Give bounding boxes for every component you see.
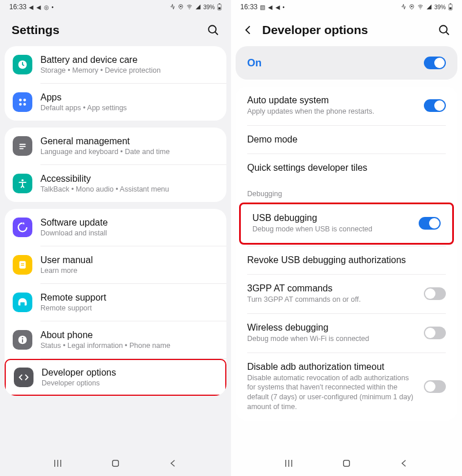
item-title: Quick settings developer tiles bbox=[247, 163, 446, 173]
item-subtitle: Remote support bbox=[40, 304, 218, 312]
item-title: Disable adb authorization timeout bbox=[247, 362, 416, 372]
item-title: 3GPP AT commands bbox=[247, 283, 416, 294]
settings-item-apps[interactable]: AppsDefault apps • App settings bbox=[5, 84, 226, 121]
toggle-switch[interactable] bbox=[424, 380, 446, 393]
item-title: Software update bbox=[40, 218, 218, 228]
about-icon bbox=[13, 330, 32, 350]
debug-item-3[interactable]: Wireless debuggingDebug mode when Wi-Fi … bbox=[236, 314, 457, 353]
debug-item-0[interactable]: USB debuggingDebug mode when USB is conn… bbox=[241, 204, 452, 243]
update-icon bbox=[13, 218, 32, 237]
svg-rect-12 bbox=[20, 144, 26, 145]
item-title: Revoke USB debugging authorizations bbox=[247, 255, 446, 265]
svg-point-31 bbox=[439, 25, 447, 33]
item-title: Apps bbox=[40, 92, 218, 103]
status-time: 16:33 bbox=[9, 3, 27, 11]
settings-screen: 16:33 ◀ ◀ ◎ • 39% Settings Battery and d… bbox=[0, 0, 231, 476]
item-title: About phone bbox=[40, 330, 218, 340]
item-subtitle: Developer options bbox=[42, 379, 217, 387]
status-bar: 16:33 ◀ ◀ ◎ • 39% bbox=[0, 0, 231, 14]
svg-rect-36 bbox=[344, 460, 350, 467]
nav-bar bbox=[0, 453, 231, 476]
debug-item-4[interactable]: Disable adb authorization timeoutDisable… bbox=[236, 353, 457, 421]
toggle-switch[interactable] bbox=[424, 287, 446, 300]
dev-options-header: Developer options bbox=[231, 14, 462, 46]
item-subtitle: Turn 3GPP AT commands on or off. bbox=[247, 295, 416, 305]
back-icon[interactable] bbox=[243, 24, 254, 36]
status-time: 16:33 bbox=[240, 3, 258, 11]
manual-icon bbox=[13, 255, 32, 275]
recents-button[interactable] bbox=[53, 458, 63, 471]
item-title: Developer options bbox=[42, 368, 217, 378]
search-icon[interactable] bbox=[207, 24, 219, 36]
settings-item-support[interactable]: Remote supportRemote support bbox=[5, 284, 226, 321]
settings-header: Settings bbox=[0, 14, 231, 46]
toggle-switch[interactable] bbox=[419, 217, 441, 230]
status-bar: 16:33 ▧ ◀ ◀ • 39% bbox=[231, 0, 462, 14]
debug-item-1[interactable]: Revoke USB debugging authorizations bbox=[236, 246, 457, 274]
settings-item-about[interactable]: About phoneStatus • Legal information • … bbox=[5, 321, 226, 358]
settings-list[interactable]: Battery and device careStorage • Memory … bbox=[0, 46, 231, 453]
settings-item-device-care[interactable]: Battery and device careStorage • Memory … bbox=[5, 46, 226, 83]
search-icon[interactable] bbox=[438, 24, 450, 36]
settings-item-accessibility[interactable]: AccessibilityTalkBack • Mono audio • Ass… bbox=[5, 165, 226, 202]
item-subtitle: Debug mode when Wi-Fi is connected bbox=[247, 334, 416, 344]
settings-item-update[interactable]: Software updateDownload and install bbox=[5, 209, 226, 246]
settings-item-manual[interactable]: User manualLearn more bbox=[5, 246, 226, 283]
master-toggle-switch[interactable] bbox=[424, 57, 446, 69]
item-title: Remote support bbox=[40, 293, 218, 303]
debug-item-2[interactable]: 3GPP AT commandsTurn 3GPP AT commands on… bbox=[236, 275, 457, 313]
item-title: Auto update system bbox=[247, 95, 416, 106]
svg-point-21 bbox=[22, 337, 23, 338]
svg-point-1 bbox=[189, 9, 189, 9]
item-subtitle: Status • Legal information • Phone name bbox=[40, 342, 218, 350]
item-title: Demo mode bbox=[247, 134, 446, 145]
svg-point-27 bbox=[420, 9, 420, 9]
item-title: Wireless debugging bbox=[247, 323, 416, 333]
home-button[interactable] bbox=[110, 458, 121, 471]
device-care-icon bbox=[13, 55, 32, 74]
svg-point-11 bbox=[23, 103, 26, 106]
dev-item-2[interactable]: Quick settings developer tiles bbox=[236, 154, 457, 182]
svg-rect-30 bbox=[449, 8, 452, 10]
svg-rect-29 bbox=[450, 3, 451, 4]
page-title: Settings bbox=[12, 23, 59, 37]
master-toggle-row[interactable]: On bbox=[236, 46, 457, 80]
svg-point-0 bbox=[180, 6, 182, 7]
svg-point-15 bbox=[21, 179, 24, 182]
dev-item-1[interactable]: Demo mode bbox=[236, 126, 457, 153]
toggle-switch[interactable] bbox=[424, 99, 446, 112]
toggle-switch[interactable] bbox=[424, 327, 446, 339]
item-subtitle: Default apps • App settings bbox=[40, 104, 218, 112]
svg-rect-17 bbox=[21, 263, 24, 264]
item-subtitle: Language and keyboard • Date and time bbox=[40, 148, 218, 156]
status-icons-left: ◀ ◀ ◎ • bbox=[29, 4, 54, 10]
back-button[interactable] bbox=[168, 458, 178, 471]
recents-button[interactable] bbox=[284, 458, 294, 471]
item-subtitle: Debug mode when USB is connected bbox=[252, 224, 411, 234]
section-header-debugging: Debugging bbox=[236, 182, 457, 201]
svg-rect-3 bbox=[219, 3, 220, 4]
item-subtitle: Storage • Memory • Device protection bbox=[40, 66, 218, 74]
item-title: General management bbox=[40, 136, 218, 147]
status-icons-right: 39% bbox=[170, 3, 222, 10]
item-subtitle: Learn more bbox=[40, 267, 218, 275]
page-title: Developer options bbox=[262, 23, 368, 37]
svg-line-6 bbox=[215, 32, 218, 35]
back-button[interactable] bbox=[399, 458, 409, 471]
developer-options-screen: 16:33 ▧ ◀ ◀ • 39% Developer options On A bbox=[231, 0, 462, 476]
svg-rect-25 bbox=[113, 460, 119, 467]
svg-rect-13 bbox=[20, 146, 26, 147]
item-title: User manual bbox=[40, 255, 218, 265]
home-button[interactable] bbox=[341, 458, 352, 471]
settings-item-general[interactable]: General managementLanguage and keyboard … bbox=[5, 128, 226, 164]
status-icons-right: 39% bbox=[401, 3, 453, 10]
dev-item-0[interactable]: Auto update systemApply updates when the… bbox=[236, 87, 457, 125]
dev-options-list[interactable]: On Auto update systemApply updates when … bbox=[231, 46, 462, 453]
dev-icon bbox=[14, 368, 33, 387]
svg-point-5 bbox=[208, 25, 216, 33]
item-subtitle: Disable automatic revocation of adb auth… bbox=[247, 373, 416, 413]
svg-rect-4 bbox=[218, 8, 221, 10]
item-subtitle: TalkBack • Mono audio • Assistant menu bbox=[40, 185, 218, 193]
svg-line-32 bbox=[446, 32, 449, 35]
settings-item-dev[interactable]: Developer optionsDeveloper options bbox=[5, 359, 226, 396]
